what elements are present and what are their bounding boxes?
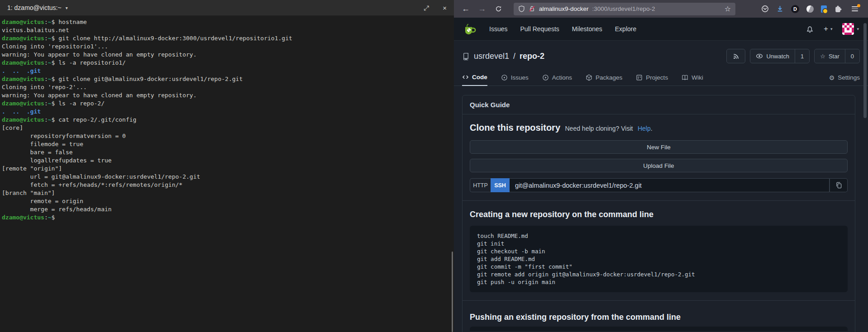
terminal-tab-dropdown-icon[interactable]: ▾ [66,5,68,10]
notifications-bell-icon[interactable] [806,25,814,33]
chevron-down-icon: ▾ [830,27,833,31]
star-label: Star [829,53,839,60]
extensions-puzzle-icon[interactable] [834,5,842,13]
tab-label: Actions [552,74,572,81]
pocket-icon[interactable] [761,5,769,13]
gitea-page: Issues Pull Requests Milestones Explore … [454,18,868,332]
repo-title: usrdevel1 / repo-2 [462,52,544,61]
tab-label: Wiki [692,74,703,81]
document-extension-icon[interactable] [821,5,827,13]
clone-help-text: Need help cloning? Visit [565,125,633,132]
repo-icon [462,52,470,60]
dark-reader-extension-icon[interactable]: D [791,5,799,13]
plus-icon: + [824,24,828,33]
push-repo-heading: Pushing an existing repository from the … [470,313,848,322]
tab-packages[interactable]: Packages [586,74,622,85]
issue-icon [501,74,508,81]
terminal-scrollbar[interactable] [452,251,453,332]
copy-url-button[interactable] [830,178,848,192]
star-icon: ☆ [820,53,825,60]
tab-label: Issues [511,74,529,81]
tab-code[interactable]: Code [462,74,487,86]
tab-wiki[interactable]: Wiki [682,74,703,85]
create-code-block: touch README.mdgit initgit checkout -b m… [470,226,848,292]
book-icon [682,74,688,81]
terminal-title: 1: dzamo@victus:~ [7,4,62,11]
browser-back-button[interactable]: ← [458,3,473,15]
tab-settings[interactable]: ⚙ Settings [829,74,860,85]
repo-tab-bar: Code Issues Actions Packages Projects Wi… [454,70,868,86]
code-icon [462,74,469,81]
menu-bar [852,10,858,11]
menu-bar [852,9,858,9]
browser-url-bar[interactable]: almalinux9-docker:3000/usrdevel1/repo-2 … [514,3,735,15]
settings-gear-icon: ⚙ [829,75,835,81]
terminal-output[interactable]: dzamo@victus:~$ hostnamevictus.balaitus.… [0,16,454,332]
http-clone-toggle[interactable]: HTTP [470,178,491,192]
downloads-icon[interactable] [776,5,784,13]
gitea-logo[interactable] [463,22,477,36]
tab-projects[interactable]: Projects [636,74,668,85]
copy-icon [835,182,842,189]
nav-item-pull-requests[interactable]: Pull Requests [520,25,559,33]
half-circle-extension-icon[interactable] [806,5,814,13]
create-new-button[interactable]: + ▾ [824,24,832,33]
terminal-titlebar: 1: dzamo@victus:~ ▾ ⤢ × [0,0,454,16]
watch-count[interactable]: 1 [795,49,809,63]
nav-item-explore[interactable]: Explore [615,25,636,33]
clone-url-row: HTTP SSH git@almalinux9-docker:usrdevel1… [470,178,848,192]
clone-help-suffix: . [651,125,653,132]
user-menu[interactable]: ▾ [842,23,859,35]
update-notification-dot [857,4,860,7]
insecure-lock-icon[interactable] [529,5,535,12]
terminal-window: 1: dzamo@victus:~ ▾ ⤢ × dzamo@victus:~$ … [0,0,454,332]
unwatch-button[interactable]: Unwatch 1 [750,49,810,63]
repo-header: usrdevel1 / repo-2 Unwatch 1 [454,41,868,70]
browser-menu-button[interactable] [849,3,861,15]
tab-actions[interactable]: Actions [542,74,572,85]
browser-window: ← → almalinux9-docker:3000/usrdevel1/rep… [454,0,868,332]
bookmark-star-icon[interactable]: ☆ [725,5,731,13]
tab-label: Settings [838,74,860,81]
reload-icon [495,5,502,12]
upload-file-button[interactable]: Upload File [470,159,848,172]
eye-icon [756,52,763,60]
repo-owner-link[interactable]: usrdevel1 [474,52,509,61]
url-host: almalinux9-docker [539,5,589,12]
unwatch-label: Unwatch [766,53,789,60]
push-code-block [470,327,848,331]
package-icon [586,74,592,81]
create-repo-heading: Creating a new repository on the command… [470,210,848,219]
tracking-shield-icon[interactable] [518,5,525,12]
divider [463,300,855,301]
terminal-close-button[interactable]: × [443,5,447,11]
browser-toolbar: ← → almalinux9-docker:3000/usrdevel1/rep… [454,0,868,18]
nav-item-issues[interactable]: Issues [489,25,507,33]
url-path: :3000/usrdevel1/repo-2 [592,5,655,12]
quick-guide-box: Quick Guide Clone this repository Need h… [462,95,855,332]
divider [463,200,855,201]
user-avatar [842,23,854,35]
help-link[interactable]: Help [638,125,651,132]
star-count[interactable]: 0 [845,49,859,63]
tab-label: Projects [646,74,668,81]
tab-label: Packages [596,74,622,81]
play-circle-icon [542,74,549,81]
gitea-navbar: Issues Pull Requests Milestones Explore … [454,18,868,41]
tab-issues[interactable]: Issues [501,74,529,85]
star-button[interactable]: ☆ Star 0 [814,49,860,63]
dark-reader-letter: D [793,6,797,12]
terminal-maximize-button[interactable]: ⤢ [424,5,429,11]
ssh-clone-toggle[interactable]: SSH [491,178,510,192]
browser-reload-button[interactable] [491,3,506,15]
clone-url-input[interactable]: git@almalinux9-docker:usrdevel1/repo-2.g… [510,178,830,192]
rss-feed-button[interactable] [726,49,745,63]
browser-forward-button[interactable]: → [475,3,489,15]
new-file-button[interactable]: New File [470,140,848,154]
nav-item-milestones[interactable]: Milestones [572,25,602,33]
page-scrollbar[interactable] [863,23,867,118]
repo-separator: / [513,52,515,61]
project-board-icon [636,74,643,81]
repo-name-link[interactable]: repo-2 [520,52,544,61]
rss-icon [733,53,739,60]
